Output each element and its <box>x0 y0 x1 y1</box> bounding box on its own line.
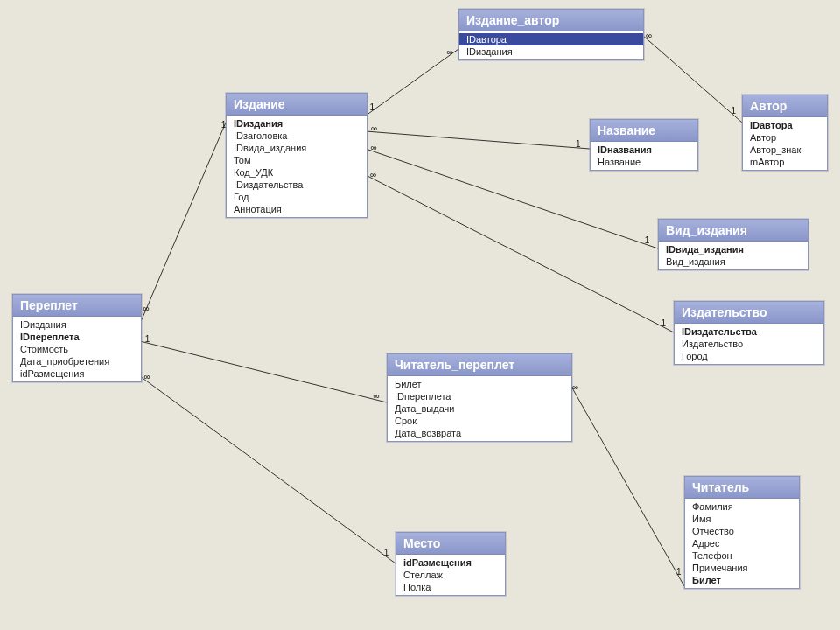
entity-izdatelstvo[interactable]: ИздательствоIDиздательстваИздательствоГо… <box>674 301 824 365</box>
entity-field[interactable]: Название <box>591 156 697 168</box>
entity-fields: БилетIDпереплетаДата_выдачиСрокДата_возв… <box>388 376 571 441</box>
entity-title[interactable]: Читатель_переплет <box>388 354 571 376</box>
entity-title[interactable]: Название <box>591 120 697 142</box>
entity-chitatel[interactable]: ЧитательФамилияИмяОтчествоАдресТелефонПр… <box>684 476 800 589</box>
entity-fields: IDизданияIDпереплетаСтоимостьДата_приобр… <box>13 317 141 382</box>
relation-line <box>366 175 674 332</box>
entity-field[interactable]: Том <box>227 154 367 166</box>
relation-line <box>140 122 226 324</box>
entity-title[interactable]: Издательство <box>675 302 823 324</box>
entity-field[interactable]: IDиздания <box>13 318 141 331</box>
entity-fields: IDназванияНазвание <box>591 142 697 170</box>
entity-field[interactable]: Стоимость <box>13 343 141 355</box>
cardinality-label: ∞ <box>371 143 377 152</box>
entity-field[interactable]: IDвида_издания <box>659 243 808 256</box>
cardinality-label: 1 <box>676 567 682 577</box>
entity-izdanie_avtor[interactable]: Издание_авторIDавтораIDиздания <box>458 9 644 60</box>
entity-field[interactable]: IDпереплета <box>388 390 571 402</box>
cardinality-label: ∞ <box>143 304 149 313</box>
cardinality-label: 1 <box>370 102 375 112</box>
cardinality-label: ∞ <box>646 31 652 40</box>
entity-fields: IDавтораIDиздания <box>459 32 643 60</box>
cardinality-label: 1 <box>384 548 389 557</box>
entity-title[interactable]: Автор <box>743 95 827 117</box>
cardinality-label: 1 <box>662 318 667 328</box>
relation-line <box>140 376 396 564</box>
entity-nazvanie[interactable]: НазваниеIDназванияНазвание <box>590 119 698 171</box>
entity-field[interactable]: IDназвания <box>591 144 697 156</box>
relation-line <box>366 131 590 149</box>
entity-field[interactable]: idРазмещения <box>396 556 505 569</box>
entity-field[interactable]: Автор_знак <box>743 144 827 156</box>
entity-field[interactable]: Адрес <box>685 537 799 550</box>
entity-field[interactable]: IDиздания <box>459 46 643 58</box>
entity-field[interactable]: IDвида_издания <box>227 142 367 154</box>
entity-field[interactable]: idРазмещения <box>13 368 141 380</box>
entity-field[interactable]: IDиздательства <box>675 326 823 338</box>
entity-title[interactable]: Переплет <box>13 295 141 317</box>
entity-field[interactable]: Вид_издания <box>659 256 808 268</box>
entity-field[interactable]: Срок <box>388 415 571 427</box>
entity-title[interactable]: Читатель <box>685 477 799 499</box>
entity-field[interactable]: Отчество <box>685 525 799 537</box>
entity-fields: IDизданияIDзаголовкаIDвида_изданияТомКод… <box>227 116 367 217</box>
entity-field[interactable]: Дата_приобретения <box>13 355 141 368</box>
entity-field[interactable]: Билет <box>388 378 571 390</box>
entity-title[interactable]: Издание_автор <box>459 10 643 32</box>
entity-field[interactable]: Год <box>227 191 367 203</box>
entity-field[interactable]: Код_УДК <box>227 166 367 178</box>
entity-izdanie[interactable]: ИзданиеIDизданияIDзаголовкаIDвида_издани… <box>226 93 368 218</box>
entity-fields: IDиздательстваИздательствоГород <box>675 324 823 364</box>
entity-field[interactable]: Фамилия <box>685 500 799 513</box>
entity-vid_izdaniya[interactable]: Вид_изданияIDвида_изданияВид_издания <box>658 219 808 270</box>
entity-avtor[interactable]: АвторIDавтораАвторАвтор_знакmАвтор <box>742 94 828 171</box>
entity-field[interactable]: Телефон <box>685 550 799 562</box>
relation-line <box>140 341 387 402</box>
entity-field[interactable]: Стеллаж <box>396 569 505 581</box>
cardinality-label: ∞ <box>572 382 578 392</box>
entity-mesto[interactable]: МестоidРазмещенияСтеллажПолка <box>396 532 506 596</box>
cardinality-label: 1 <box>145 334 150 344</box>
cardinality-label: ∞ <box>373 391 379 401</box>
entity-field[interactable]: IDиздания <box>227 117 367 130</box>
entity-field[interactable]: Автор <box>743 131 827 144</box>
entity-field[interactable]: IDпереплета <box>13 331 141 343</box>
entity-field[interactable]: Дата_возврата <box>388 427 571 439</box>
entity-field[interactable]: Имя <box>685 513 799 525</box>
entity-field[interactable]: IDавтора <box>743 119 827 131</box>
entity-fields: ФамилияИмяОтчествоАдресТелефонПримечания… <box>685 499 799 588</box>
cardinality-label: ∞ <box>370 170 376 179</box>
cardinality-label: ∞ <box>447 47 453 57</box>
entity-fields: IDвида_изданияВид_издания <box>659 242 808 270</box>
relation-line <box>366 49 458 116</box>
cardinality-label: 1 <box>576 139 581 149</box>
entity-field[interactable]: Город <box>675 350 823 362</box>
entity-field[interactable]: IDиздательства <box>227 178 367 191</box>
cardinality-label: 1 <box>221 120 227 130</box>
entity-fields: idРазмещенияСтеллажПолка <box>396 555 505 595</box>
entity-pereplet[interactable]: ПереплетIDизданияIDпереплетаСтоимостьДат… <box>12 294 142 382</box>
entity-title[interactable]: Вид_издания <box>659 220 808 242</box>
entity-field[interactable]: IDзаголовка <box>227 130 367 142</box>
cardinality-label: 1 <box>731 106 736 116</box>
cardinality-label: 1 <box>645 235 650 245</box>
entity-field[interactable]: Полка <box>396 581 505 593</box>
entity-chitatel_pereplet[interactable]: Читатель_переплетБилетIDпереплетаДата_вы… <box>387 354 572 442</box>
entity-field[interactable]: Издательство <box>675 338 823 350</box>
entity-field[interactable]: mАвтор <box>743 156 827 168</box>
cardinality-label: ∞ <box>144 372 150 382</box>
cardinality-label: ∞ <box>371 123 377 133</box>
entity-fields: IDавтораАвторАвтор_знакmАвтор <box>743 117 827 170</box>
relation-line <box>570 385 684 586</box>
entity-field[interactable]: Примечания <box>685 562 799 574</box>
entity-field[interactable]: Билет <box>685 574 799 586</box>
entity-field[interactable]: IDавтора <box>459 33 643 46</box>
entity-field[interactable]: Дата_выдачи <box>388 402 571 415</box>
relation-line <box>642 35 742 122</box>
entity-title[interactable]: Издание <box>227 94 367 116</box>
entity-title[interactable]: Место <box>396 533 505 555</box>
entity-field[interactable]: Аннотация <box>227 203 367 215</box>
